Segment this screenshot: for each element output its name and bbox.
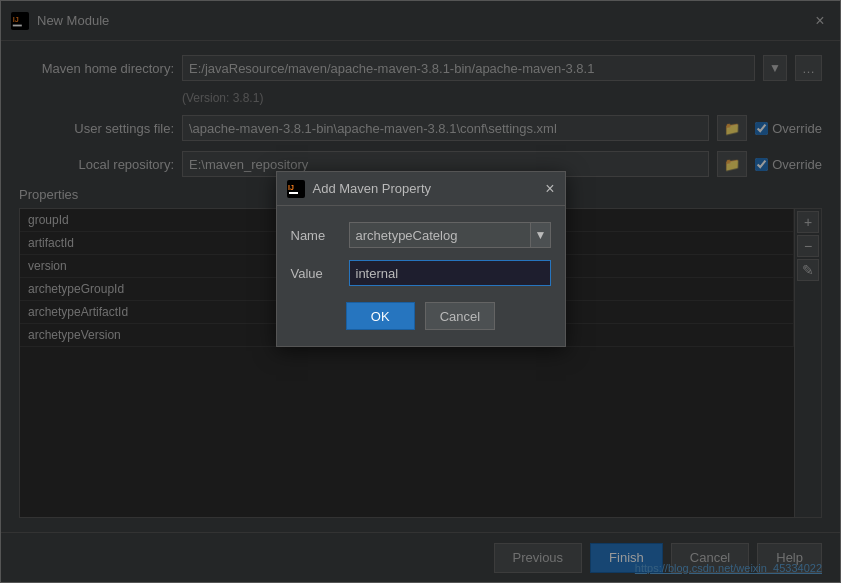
modal-overlay: IJ Add Maven Property × Name ▼ Value (1, 1, 840, 582)
modal-name-container: ▼ (349, 222, 552, 248)
svg-rect-4 (289, 192, 298, 194)
modal-cancel-button[interactable]: Cancel (425, 302, 495, 330)
add-property-dialog: IJ Add Maven Property × Name ▼ Value (276, 171, 566, 347)
modal-name-label: Name (291, 228, 339, 243)
modal-intellij-icon: IJ (287, 180, 305, 198)
modal-name-dropdown-btn[interactable]: ▼ (531, 222, 552, 248)
modal-name-row: Name ▼ (291, 222, 551, 248)
modal-actions: OK Cancel (291, 298, 551, 330)
svg-text:IJ: IJ (288, 184, 294, 191)
modal-ok-button[interactable]: OK (346, 302, 415, 330)
modal-title: Add Maven Property (313, 181, 538, 196)
modal-value-row: Value (291, 260, 551, 286)
modal-title-bar: IJ Add Maven Property × (277, 172, 565, 206)
modal-name-input[interactable] (349, 222, 531, 248)
main-window: IJ New Module × Maven home directory: ▼ … (0, 0, 841, 583)
modal-body: Name ▼ Value OK Cancel (277, 206, 565, 346)
modal-value-label: Value (291, 266, 339, 281)
modal-value-input[interactable] (349, 260, 551, 286)
modal-close-button[interactable]: × (545, 180, 554, 198)
